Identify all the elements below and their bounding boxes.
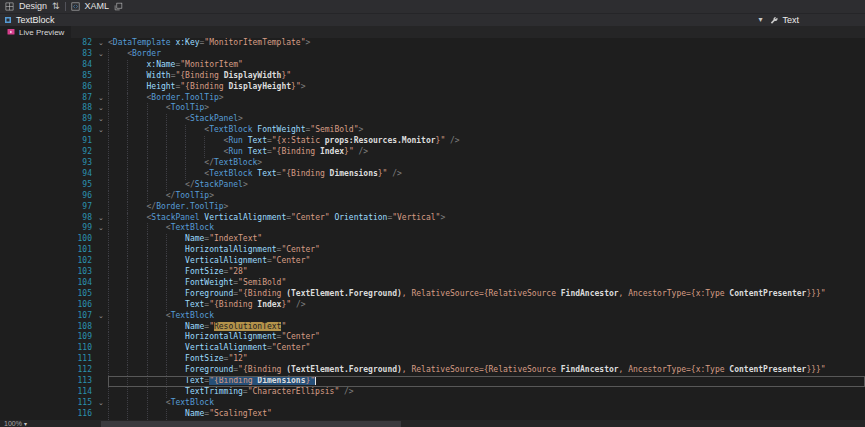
fold-collapse-icon[interactable]: ⌄ bbox=[94, 103, 108, 114]
line-number[interactable]: 94 bbox=[0, 169, 94, 180]
code-line[interactable]: 83⌄<Border bbox=[0, 49, 865, 60]
line-number[interactable]: 86 bbox=[0, 82, 94, 93]
fold-collapse-icon[interactable]: ⌄ bbox=[94, 125, 108, 136]
line-number[interactable]: 110 bbox=[0, 343, 94, 354]
chevron-down-icon[interactable]: ▾ bbox=[758, 14, 762, 26]
code-line[interactable]: 109HorizontalAlignment="Center" bbox=[0, 332, 865, 343]
fold-collapse-icon[interactable]: ⌄ bbox=[94, 398, 108, 409]
code-line[interactable]: 97</Border.ToolTip> bbox=[0, 202, 865, 213]
line-number[interactable]: 101 bbox=[0, 245, 94, 256]
line-number[interactable]: 92 bbox=[0, 147, 94, 158]
fold-collapse-icon[interactable]: ⌄ bbox=[94, 114, 108, 125]
code-line[interactable]: 107⌄<TextBlock bbox=[0, 311, 865, 322]
line-number[interactable]: 111 bbox=[0, 354, 94, 365]
line-number[interactable]: 82 bbox=[0, 38, 94, 49]
line-number[interactable]: 89 bbox=[0, 114, 94, 125]
code-line[interactable]: 115⌄<TextBlock bbox=[0, 398, 865, 409]
element-combo[interactable]: TextBlock ▾ bbox=[0, 14, 766, 26]
line-number[interactable]: 93 bbox=[0, 158, 94, 169]
zoom-control[interactable]: 100% ▾ bbox=[0, 420, 31, 427]
code-token: StackPanel bbox=[151, 213, 199, 222]
line-number[interactable]: 105 bbox=[0, 289, 94, 300]
scrollbar-thumb[interactable] bbox=[101, 421, 401, 427]
code-line[interactable]: 116Name="ScalingText" bbox=[0, 409, 865, 420]
line-number[interactable]: 91 bbox=[0, 136, 94, 147]
indent-guide bbox=[127, 289, 146, 300]
horizontal-scrollbar[interactable] bbox=[31, 420, 865, 427]
line-number[interactable]: 102 bbox=[0, 256, 94, 267]
code-line[interactable]: 92<Run Text="{Binding Index}" /> bbox=[0, 147, 865, 158]
code-line[interactable]: 103FontSize="28" bbox=[0, 267, 865, 278]
line-number[interactable]: 88 bbox=[0, 103, 94, 114]
line-number[interactable]: 83 bbox=[0, 49, 94, 60]
code-line[interactable]: 98⌄<StackPanel VerticalAlignment="Center… bbox=[0, 213, 865, 224]
indent-guide bbox=[166, 125, 185, 136]
line-number[interactable]: 90 bbox=[0, 125, 94, 136]
indent-guide bbox=[147, 322, 166, 333]
code-line[interactable]: 89⌄<StackPanel> bbox=[0, 114, 865, 125]
code-line[interactable]: 84x:Name="MonitorItem" bbox=[0, 60, 865, 71]
line-number[interactable]: 98 bbox=[0, 213, 94, 224]
line-number[interactable]: 104 bbox=[0, 278, 94, 289]
line-number[interactable]: 109 bbox=[0, 332, 94, 343]
code-token: Index bbox=[257, 300, 281, 309]
code-line[interactable]: 95</StackPanel> bbox=[0, 180, 865, 191]
indent-guide bbox=[147, 289, 166, 300]
popout-icon[interactable] bbox=[114, 2, 123, 11]
tab-live-preview[interactable]: Live Preview bbox=[0, 26, 71, 38]
line-number[interactable]: 107 bbox=[0, 311, 94, 322]
line-number[interactable]: 95 bbox=[0, 180, 94, 191]
code-line[interactable]: 96</ToolTip> bbox=[0, 191, 865, 202]
line-number[interactable]: 116 bbox=[0, 409, 94, 420]
fold-collapse-icon[interactable]: ⌄ bbox=[94, 223, 108, 234]
swap-panes-icon[interactable]: ⇅ bbox=[52, 0, 60, 13]
code-line[interactable]: 86Height="{Binding DisplayHeight}"> bbox=[0, 82, 865, 93]
code-line[interactable]: 102VerticalAlignment="Center" bbox=[0, 256, 865, 267]
fold-collapse-icon[interactable]: ⌄ bbox=[94, 213, 108, 224]
code-line[interactable]: 100Name="IndexText" bbox=[0, 234, 865, 245]
code-line[interactable]: 93</TextBlock> bbox=[0, 158, 865, 169]
line-number[interactable]: 100 bbox=[0, 234, 94, 245]
code-line[interactable]: 105Foreground="{Binding (TextElement.For… bbox=[0, 289, 865, 300]
line-number[interactable]: 114 bbox=[0, 387, 94, 398]
code-line[interactable]: 114TextTrimming="CharacterEllipsis" /> bbox=[0, 387, 865, 398]
code-line[interactable]: 99⌄<TextBlock bbox=[0, 223, 865, 234]
line-number[interactable]: 106 bbox=[0, 300, 94, 311]
line-number[interactable]: 84 bbox=[0, 60, 94, 71]
xaml-editor[interactable]: 82⌄<DataTemplate x:Key="MonitorItemTempl… bbox=[0, 38, 865, 420]
code-line[interactable]: 88⌄<ToolTip> bbox=[0, 103, 865, 114]
line-number[interactable]: 96 bbox=[0, 191, 94, 202]
line-number[interactable]: 115 bbox=[0, 398, 94, 409]
line-number[interactable]: 85 bbox=[0, 71, 94, 82]
code-line[interactable]: 113Text="{Binding Dimensions}" bbox=[0, 376, 865, 387]
code-line[interactable]: 110VerticalAlignment="Center" bbox=[0, 343, 865, 354]
fold-collapse-icon[interactable]: ⌄ bbox=[94, 49, 108, 60]
code-line[interactable]: 108Name="ResolutionText" bbox=[0, 322, 865, 333]
line-number[interactable]: 108 bbox=[0, 322, 94, 333]
code-line[interactable]: 91<Run Text="{x:Static props:Resources.M… bbox=[0, 136, 865, 147]
indent-guide bbox=[127, 267, 146, 278]
xaml-tab-label[interactable]: XAML bbox=[85, 0, 110, 13]
code-line[interactable]: 85Width="{Binding DisplayWidth}" bbox=[0, 71, 865, 82]
code-line[interactable]: 94<TextBlock Text="{Binding Dimensions}"… bbox=[0, 169, 865, 180]
line-number[interactable]: 113 bbox=[0, 376, 94, 387]
line-number[interactable]: 87 bbox=[0, 93, 94, 104]
code-line[interactable]: 82⌄<DataTemplate x:Key="MonitorItemTempl… bbox=[0, 38, 865, 49]
code-line[interactable]: 101HorizontalAlignment="Center" bbox=[0, 245, 865, 256]
code-line[interactable]: 112Foreground="{Binding (TextElement.For… bbox=[0, 365, 865, 376]
code-token: "{Binding bbox=[180, 82, 228, 91]
code-line[interactable]: 90⌄<TextBlock FontWeight="SemiBold"> bbox=[0, 125, 865, 136]
member-combo[interactable]: Text bbox=[766, 14, 803, 26]
line-number[interactable]: 103 bbox=[0, 267, 94, 278]
fold-collapse-icon[interactable]: ⌄ bbox=[94, 38, 108, 49]
code-line[interactable]: 106Text="{Binding Index}" /> bbox=[0, 300, 865, 311]
line-number[interactable]: 99 bbox=[0, 223, 94, 234]
code-line[interactable]: 87⌄<Border.ToolTip> bbox=[0, 93, 865, 104]
fold-collapse-icon[interactable]: ⌄ bbox=[94, 93, 108, 104]
code-line[interactable]: 104FontWeight="SemiBold" bbox=[0, 278, 865, 289]
line-number[interactable]: 97 bbox=[0, 202, 94, 213]
line-number[interactable]: 112 bbox=[0, 365, 94, 376]
design-tab-label[interactable]: Design bbox=[19, 0, 47, 13]
fold-collapse-icon[interactable]: ⌄ bbox=[94, 311, 108, 322]
code-line[interactable]: 111FontSize="12" bbox=[0, 354, 865, 365]
